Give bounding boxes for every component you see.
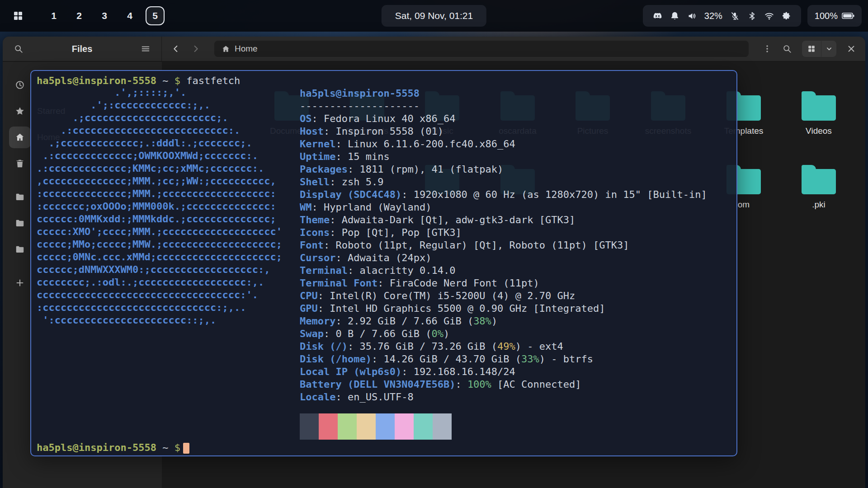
discord-icon[interactable] [653,11,662,21]
info-line: CPU: Intel(R) Core(TM) i5-5200U (4) @ 2.… [300,290,707,302]
text-segment: GPU [300,303,318,314]
workspace-1[interactable]: 1 [44,6,63,25]
text-segment: Disk (/) [300,341,348,352]
text-segment: Battery (DELL VN3N047E56B) [300,379,455,390]
folder-.pki[interactable]: .pki [781,164,856,210]
fedora-ascii-logo: .',;::::;,'. .';:cccccccccccc:;,. .;cccc… [37,86,282,327]
folder-search-icon[interactable] [782,44,792,54]
info-line: Theme: Adwaita-Dark [Qt], adw-gtk3-dark … [300,214,707,226]
folder-Videos[interactable]: Videos [781,91,856,136]
info-line: Terminal Font: FiraCode Nerd Font (11pt) [300,277,707,290]
gear-icon[interactable] [782,11,791,21]
apps-grid-icon[interactable] [13,10,24,21]
text-segment: Cursor [300,252,335,263]
close-button[interactable] [846,44,856,54]
view-options-dropdown[interactable] [821,41,836,57]
workspace-5[interactable]: 5 [146,6,165,25]
text-segment: 33% [521,353,539,365]
palette-swatch [414,413,433,440]
clock-icon [9,74,31,96]
text-segment: : Fedora Linux 40 x86_64 [312,113,456,124]
text-segment: Locale [300,391,335,403]
text-segment: : en_US.UTF-8 [335,391,413,403]
info-line: Packages: 1811 (rpm), 41 (flatpak) [300,163,707,176]
bell-icon[interactable] [670,11,679,21]
info-line: Font: Roboto (11pt, Regular) [Qt], Robot… [300,239,707,252]
home-icon [222,45,230,53]
folder-icon [802,169,836,194]
path-bar[interactable]: Home [214,41,749,57]
terminal-window[interactable]: ha5pls@inspiron-5558 ~ $ fastfetch .',;:… [30,70,737,456]
clock[interactable]: Sat, 09 Nov, 01:21 [382,5,486,27]
workspace-4[interactable]: 4 [120,6,139,25]
info-line: Icons: Pop [Qt], Pop [GTK3] [300,226,707,239]
text-segment: : alacritty 0.14.0 [348,265,455,276]
sidebar-header: Files [3,37,162,61]
text-segment: ) - btrfs [539,353,593,365]
prompt-line-bottom: ha5pls@inspiron-5558 ~ $ [37,441,189,454]
text-segment: ha5pls@inspiron-5558 [37,442,156,453]
kebab-menu-icon[interactable] [762,44,772,54]
text-segment: ) - ext4 [515,341,563,352]
info-line: Uptime: 15 mins [300,150,707,163]
info-line: Cursor: Adwaita (24px) [300,252,707,264]
grid-view-button[interactable] [802,41,821,57]
folder-icon [802,95,836,121]
text-segment: : Inspiron 5558 (01) [324,126,443,137]
text-segment: Theme [300,214,330,225]
battery-indicator[interactable]: 100% [807,5,862,27]
text-segment: : 14.26 GiB / 43.70 GiB ( [372,353,521,365]
view-toggle [802,41,836,57]
info-line: GPU: Intel HD Graphics 5500 @ 0.90 GHz [… [300,302,707,315]
text-segment: Local IP (wlp6s0) [300,366,401,377]
terminal-cursor [183,443,189,454]
palette-swatch [300,413,319,440]
palette-swatch [395,413,414,440]
app-title: Files [24,44,141,54]
info-line: Shell: zsh 5.9 [300,176,707,188]
text-segment: Display (SDC4C48) [300,189,401,200]
text-segment: : 35.76 GiB / 73.26 GiB ( [348,341,497,352]
text-segment: fastfetch [186,75,240,86]
volume-level: 32% [704,11,722,21]
text-segment: : Adwaita (24px) [335,252,431,263]
text-segment: : 868x488 @ 60 Hz (as 1280x720) in 15"… [401,189,707,200]
info-line: WM: Hyprland (Wayland) [300,201,707,214]
text-segment: Shell [300,176,330,188]
info-line: ha5pls@inspiron-5558 [300,87,707,100]
text-segment: 49% [497,341,515,352]
text-segment: $ [168,442,180,453]
palette-swatch [357,413,376,440]
wifi-icon[interactable] [764,11,774,21]
text-segment: : Pop [Qt], Pop [GTK3] [330,227,461,238]
search-icon[interactable] [14,44,24,54]
text-segment: : Intel HD Graphics 5500 @ 0.90 GHz [Int… [318,303,605,314]
folder-icon [9,239,31,260]
hamburger-menu-icon[interactable] [141,44,151,54]
info-line: Disk (/home): 14.26 GiB / 43.70 GiB (33%… [300,353,707,366]
text-segment: : Intel(R) Core(TM) i5-5200U (4) @ 2.70 … [318,290,576,301]
info-line: -------------------- [300,100,707,113]
info-line: Terminal: alacritty 0.14.0 [300,264,707,277]
bluetooth-icon[interactable] [747,11,757,21]
text-segment: $ [168,75,186,86]
text-segment: : 2.92 GiB / 7.66 GiB ( [335,315,473,327]
info-line: Local IP (wlp6s0): 192.168.16.148/24 [300,366,707,378]
text-segment: ~ [156,442,169,453]
prompt-line-top: ha5pls@inspiron-5558 ~ $ fastfetch [37,75,240,87]
text-segment: 0% [431,328,443,339]
info-line: Display (SDC4C48): 868x488 @ 60 Hz (as… [300,188,707,201]
workspaces: 12345 [44,6,165,25]
toolbar: Home [162,37,865,61]
volume-icon[interactable] [687,11,697,21]
back-button[interactable] [171,44,181,54]
text-segment: ) [443,328,449,339]
text-segment: Terminal [300,265,348,276]
home-icon [9,127,31,148]
workspace-3[interactable]: 3 [95,6,114,25]
mic-muted-icon[interactable] [730,11,740,21]
forward-button[interactable] [191,44,201,54]
workspace-2[interactable]: 2 [70,6,89,25]
info-line: Kernel: Linux 6.11.6-200.fc40.x86_64 [300,138,707,150]
folder-label: om [738,200,750,210]
